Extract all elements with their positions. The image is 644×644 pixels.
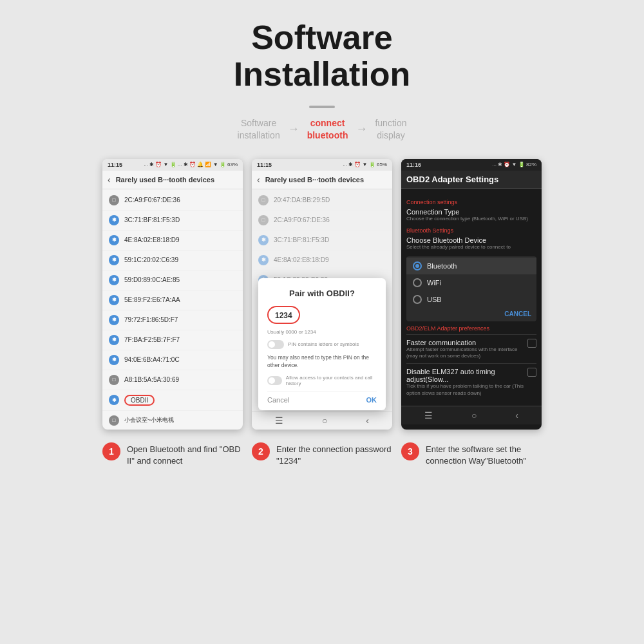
connection-dropdown[interactable]: Bluetooth WiFi USB CANCEL bbox=[406, 256, 536, 321]
list-item[interactable]: ✱ 4E:8A:02:E8:18:D9 bbox=[102, 231, 243, 251]
list-item-obdii[interactable]: ✱ OBDII bbox=[102, 390, 243, 411]
pref1-item[interactable]: Faster communication Attempt faster comm… bbox=[406, 334, 536, 364]
option-wifi[interactable]: WiFi bbox=[406, 274, 536, 291]
list-item[interactable]: ✱ 4E:8A:02:E8:18:D9 bbox=[252, 251, 392, 270]
radio-usb[interactable] bbox=[413, 295, 422, 304]
ok-button[interactable]: OK bbox=[366, 396, 377, 404]
section-label: OBD2/ELM Adapter preferences bbox=[406, 325, 536, 332]
device-icon: ✱ bbox=[109, 235, 119, 245]
toggle-row-1: PIN contains letters or symbols bbox=[267, 340, 377, 349]
radio-bluetooth[interactable] bbox=[413, 261, 422, 270]
list-item[interactable]: □ A8:1B:5A:5A:30:69 bbox=[102, 370, 243, 390]
checkbox-2[interactable] bbox=[527, 368, 536, 377]
back-arrow-1[interactable]: ‹ bbox=[108, 175, 111, 185]
home-btn[interactable]: ○ bbox=[471, 410, 477, 421]
device-icon: ✱ bbox=[109, 255, 119, 265]
phone-header-1: ‹ Rarely used B···tooth devices bbox=[102, 171, 243, 189]
bt-device-item[interactable]: Choose Bluetooth Device Select the alrea… bbox=[406, 236, 536, 251]
list-item[interactable]: □ 20:47:DA:BB:29:5D bbox=[252, 191, 392, 211]
title-section: Software Installation bbox=[234, 19, 410, 93]
list-item[interactable]: ✱ 3C:71:BF:81:F5:3D bbox=[252, 231, 392, 251]
arrow-1: → bbox=[288, 122, 299, 136]
device-icon: □ bbox=[109, 195, 119, 205]
bottom-bar-2: ☰ ○ ‹ bbox=[252, 411, 392, 430]
desc-text-1: Open Bluetooth and find "OBD II" and con… bbox=[127, 442, 243, 467]
step-number-2: 2 bbox=[252, 442, 270, 460]
device-list-2[interactable]: □ 20:47:DA:BB:29:5D □ 2C:A9:F0:67:DE:36 … bbox=[252, 189, 392, 292]
desc-item-1: 1 Open Bluetooth and find "OBD II" and c… bbox=[102, 442, 243, 467]
step-number-3: 3 bbox=[401, 442, 419, 460]
device-icon: ✱ bbox=[109, 395, 119, 405]
toggle-1[interactable] bbox=[267, 340, 284, 349]
device-icon: ✱ bbox=[258, 255, 269, 265]
device-icon: □ bbox=[258, 215, 269, 225]
descriptions-row: 1 Open Bluetooth and find "OBD II" and c… bbox=[102, 442, 542, 467]
option-bluetooth[interactable]: Bluetooth bbox=[406, 258, 536, 274]
desc-text-3: Enter the software set the connection Wa… bbox=[426, 442, 542, 467]
bottom-bar-3: ☰ ○ ‹ bbox=[401, 406, 542, 424]
device-icon: ✱ bbox=[109, 315, 119, 325]
phone-header-3: OBD2 Adapter Settings bbox=[401, 171, 542, 189]
conn-type-item[interactable]: Connection Type Choose the connection ty… bbox=[406, 208, 536, 222]
device-icon: □ bbox=[109, 415, 119, 426]
steps-nav: Software installation → connect bluetoot… bbox=[238, 117, 407, 140]
arrow-2: → bbox=[355, 122, 367, 136]
list-item[interactable]: ✱ 5E:89:F2:E6:7A:AA bbox=[102, 290, 243, 310]
menu-btn[interactable]: ☰ bbox=[424, 410, 433, 421]
list-item[interactable]: ✱ 79:72:F1:86:5D:F7 bbox=[102, 310, 243, 330]
dialog-title: Pair with OBDII? bbox=[267, 289, 377, 298]
cancel-button[interactable]: CANCEL bbox=[504, 310, 531, 317]
back-btn[interactable]: ‹ bbox=[366, 415, 369, 426]
back-btn[interactable]: ‹ bbox=[515, 410, 518, 421]
list-item[interactable]: ✱ 59:D0:89:0C:AE:85 bbox=[102, 270, 243, 290]
device-icon: ✱ bbox=[109, 215, 119, 225]
desc-item-3: 3 Enter the software set the connection … bbox=[401, 442, 542, 467]
desc-item-2: 2 Enter the connection password "1234" bbox=[252, 442, 392, 467]
radio-wifi[interactable] bbox=[413, 278, 422, 287]
list-item[interactable]: ✱ 94:0E:6B:A4:71:0C bbox=[102, 350, 243, 370]
device-icon: ✱ bbox=[109, 355, 119, 365]
desc-text-2: Enter the connection password "1234" bbox=[276, 442, 392, 467]
list-item[interactable]: ✱ 3C:71:BF:81:F5:3D bbox=[102, 211, 243, 231]
screenshot-2: 11:15 ... ✱ ⏰ ▼ 🔋 65% ‹ Rarely used B···… bbox=[252, 159, 392, 430]
step-label-2: connect bluetooth bbox=[307, 117, 348, 140]
phone-header-2: ‹ Rarely used B···tooth devices bbox=[252, 171, 392, 189]
option-usb[interactable]: USB bbox=[406, 291, 536, 308]
device-icon: □ bbox=[258, 195, 269, 205]
page-title: Software Installation bbox=[234, 19, 410, 93]
screenshots-row: 11:15 ... ✱ ⏰ ▼ 🔋 ... ✱ ⏰ 🔔 📶 ▼ 🔋 63% ‹ … bbox=[102, 159, 542, 430]
home-btn[interactable]: ○ bbox=[322, 415, 327, 426]
toggle-2[interactable] bbox=[267, 376, 282, 385]
dialog-actions: Cancel OK bbox=[267, 392, 377, 404]
section-label: Bluetooth Settings bbox=[406, 227, 536, 234]
device-icon: ✱ bbox=[109, 335, 119, 345]
divider bbox=[309, 106, 335, 108]
cancel-button[interactable]: Cancel bbox=[267, 396, 289, 404]
list-item[interactable]: ✱ 59:1C:20:02:C6:39 bbox=[102, 251, 243, 270]
device-icon: ✱ bbox=[109, 275, 119, 285]
main-container: Software Installation Software installat… bbox=[0, 0, 644, 644]
list-item[interactable]: □ 2C:A9:F0:67:DE:36 bbox=[102, 191, 243, 211]
device-icon: ✱ bbox=[258, 235, 269, 245]
pin-hint: Usually 0000 or 1234 bbox=[267, 329, 377, 335]
back-arrow-2[interactable]: ‹ bbox=[257, 175, 260, 185]
device-icon: □ bbox=[109, 375, 119, 385]
section-label: Connection settings bbox=[406, 199, 536, 205]
list-item[interactable]: □ 小会议室~小米电视 bbox=[102, 411, 243, 430]
status-bar-3: 11:16 ... ✱ ⏰ ▼ 🔋 82% bbox=[401, 159, 542, 171]
checkbox-1[interactable] bbox=[527, 339, 536, 348]
pair-info: You may also need to type this PIN on th… bbox=[267, 354, 377, 370]
step-label-3: function display bbox=[375, 117, 406, 140]
pref2-item[interactable]: Disable ELM327 auto timing adjust(Slow..… bbox=[406, 363, 536, 401]
pin-input[interactable]: 1234 bbox=[267, 306, 300, 324]
menu-btn[interactable]: ☰ bbox=[275, 415, 283, 426]
list-item[interactable]: □ 2C:A9:F0:67:DE:36 bbox=[252, 211, 392, 231]
status-bar-1: 11:15 ... ✱ ⏰ ▼ 🔋 ... ✱ ⏰ 🔔 📶 ▼ 🔋 63% bbox=[102, 159, 243, 171]
screenshot-1: 11:15 ... ✱ ⏰ ▼ 🔋 ... ✱ ⏰ 🔔 📶 ▼ 🔋 63% ‹ … bbox=[102, 159, 243, 430]
device-list-1[interactable]: □ 2C:A9:F0:67:DE:36 ✱ 3C:71:BF:81:F5:3D … bbox=[102, 189, 243, 430]
toggle-row-2: Allow access to your contacts and call h… bbox=[267, 375, 377, 386]
step-label-1: Software installation bbox=[238, 117, 280, 140]
cancel-row: CANCEL bbox=[406, 308, 536, 320]
list-item[interactable]: ✱ 7F:BA:F2:5B:7F:F7 bbox=[102, 330, 243, 350]
status-bar-2: 11:15 ... ✱ ⏰ ▼ 🔋 65% bbox=[252, 159, 392, 171]
